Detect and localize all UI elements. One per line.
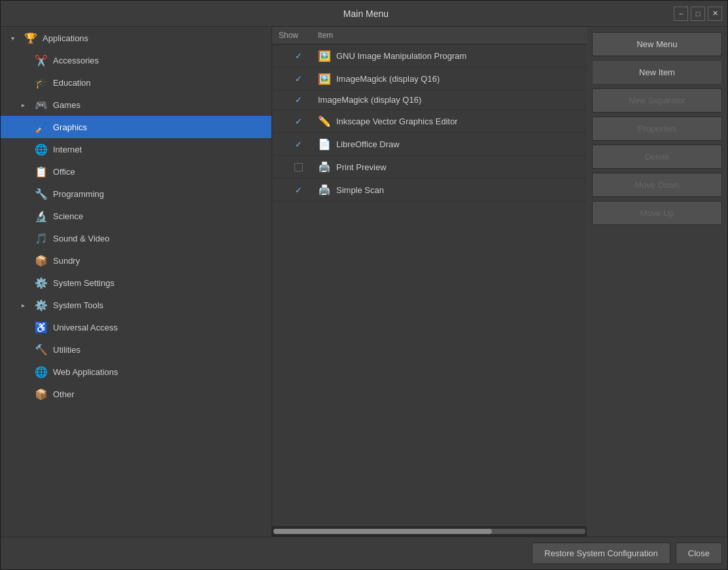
item-checkbox[interactable]: ✓ [279,51,318,61]
show-column-header: Show [279,31,318,40]
menu-item-icon: 🎵 [35,232,48,245]
new-item-button[interactable]: New Item [592,60,722,84]
center-header: Show Item [272,27,587,45]
list-item[interactable]: 🖨️Print Preview [272,156,587,179]
item-checkbox[interactable]: ✓ [279,95,318,105]
sidebar-item-universal-access[interactable]: ♿Universal Access [1,316,271,338]
item-column-header: Item [318,31,580,40]
item-app-icon: ✏️ [318,115,331,128]
sidebar-item-internet[interactable]: 🌐Internet [1,138,271,160]
menu-item-label: Other [53,389,265,399]
items-list: ✓🖼️GNU Image Manipulation Program✓🖼️Imag… [272,45,587,526]
menu-item-icon: 🎓 [35,76,48,89]
minimize-button[interactable]: − [674,7,688,21]
sidebar-item-sound-video[interactable]: 🎵Sound & Video [1,227,271,249]
item-label: Simple Scan [336,185,384,195]
maximize-button[interactable]: □ [691,7,705,21]
titlebar: Main Menu − □ ✕ [1,1,727,27]
item-content: 🖨️Print Preview [318,160,580,173]
arrow-icon: ▸ [22,302,29,309]
menu-item-icon: 🌐 [35,365,48,378]
right-panel: New MenuNew ItemNew SeparatorPropertiesD… [587,27,727,537]
menu-item-label: Sundry [53,256,265,266]
item-app-icon: 📄 [318,137,331,151]
window-title: Main Menu [58,9,674,19]
checkbox-empty [294,163,303,171]
horizontal-scrollbar[interactable] [272,526,587,537]
sidebar-item-programming[interactable]: 🔧Programming [1,183,271,205]
item-label: Print Preview [336,162,387,172]
menu-item-label: System Settings [53,278,265,288]
scrollbar-thumb [273,529,492,534]
item-label: ImageMagick (display Q16) [318,95,421,105]
sidebar-item-education[interactable]: 🎓Education [1,71,271,94]
check-icon: ✓ [295,95,302,105]
item-checkbox[interactable]: ✓ [279,74,318,84]
properties-button: Properties [592,116,722,141]
new-menu-button[interactable]: New Menu [592,32,722,56]
menu-item-icon: 🖌️ [35,120,48,134]
arrow-icon: ▾ [11,35,19,42]
sidebar-item-system-settings[interactable]: ⚙️System Settings [1,272,271,294]
item-content: 🖼️ImageMagick (display Q16) [318,72,580,85]
new-separator-button: New Separator [592,88,722,113]
menu-item-label: Games [53,100,265,110]
left-panel: ▾🏆Applications✂️Accessories🎓Education▸🎮G… [1,27,272,537]
menu-item-icon: 🌐 [35,143,48,156]
list-item[interactable]: ✓🖼️ImageMagick (display Q16) [272,67,587,90]
main-content: ▾🏆Applications✂️Accessories🎓Education▸🎮G… [1,27,727,537]
menu-item-label: Office [53,167,265,177]
menu-item-label: Graphics [53,122,265,132]
menu-item-icon: ✂️ [35,54,48,67]
sidebar-item-other[interactable]: 📦Other [1,383,271,405]
menu-item-icon: ♿ [35,321,48,334]
sidebar-item-office[interactable]: 📋Office [1,160,271,183]
list-item[interactable]: ✓✏️Inkscape Vector Graphics Editor [272,110,587,133]
menu-item-label: System Tools [53,300,265,310]
item-content: 📄LibreOffice Draw [318,137,580,151]
menu-item-label: Accessories [53,56,265,65]
list-item[interactable]: ✓ImageMagick (display Q16) [272,90,587,110]
item-checkbox[interactable]: ✓ [279,116,318,126]
main-window: Main Menu − □ ✕ ▾🏆Applications✂️Accessor… [0,0,728,570]
item-label: LibreOffice Draw [336,139,400,149]
item-app-icon: 🖼️ [318,72,331,85]
restore-button[interactable]: Restore System Configuration [532,543,670,564]
sidebar-item-web-applications[interactable]: 🌐Web Applications [1,361,271,383]
list-item[interactable]: ✓🖼️GNU Image Manipulation Program [272,45,587,67]
sidebar-item-science[interactable]: 🔬Science [1,205,271,227]
menu-item-label: Utilities [53,345,265,355]
sidebar-item-sundry[interactable]: 📦Sundry [1,249,271,272]
sidebar-item-graphics[interactable]: 🖌️Graphics [1,116,271,138]
menu-item-icon: ⚙️ [35,298,48,312]
item-app-icon: 🖨️ [318,183,331,196]
item-content: 🖨️Simple Scan [318,183,580,196]
check-icon: ✓ [295,116,302,126]
menu-item-icon: 🎮 [35,98,48,111]
check-icon: ✓ [295,139,302,149]
sidebar-item-system-tools[interactable]: ▸⚙️System Tools [1,294,271,316]
item-checkbox[interactable]: ✓ [279,185,318,195]
menu-item-icon: 🔧 [35,187,48,200]
item-label: ImageMagick (display Q16) [336,74,440,84]
list-item[interactable]: ✓🖨️Simple Scan [272,179,587,202]
move-down-button: Move Down [592,173,722,197]
sidebar-item-accessories[interactable]: ✂️Accessories [1,49,271,71]
sidebar-item-applications[interactable]: ▾🏆Applications [1,27,271,49]
sidebar-item-games[interactable]: ▸🎮Games [1,94,271,116]
menu-item-icon: 📋 [35,165,48,178]
close-button[interactable]: ✕ [708,7,722,21]
menu-item-label: Sound & Video [53,234,265,243]
move-up-button: Move Up [592,201,722,225]
sidebar-item-utilities[interactable]: 🔨Utilities [1,338,271,361]
item-checkbox[interactable]: ✓ [279,139,318,149]
item-checkbox[interactable] [279,163,318,171]
close-dialog-button[interactable]: Close [676,543,722,564]
menu-item-label: Internet [53,145,265,154]
check-icon: ✓ [295,185,302,195]
item-app-icon: 🖨️ [318,160,331,173]
list-item[interactable]: ✓📄LibreOffice Draw [272,133,587,156]
item-label: Inkscape Vector Graphics Editor [336,116,458,126]
menu-item-icon: 🏆 [24,31,37,45]
menu-item-icon: ⚙️ [35,276,48,289]
